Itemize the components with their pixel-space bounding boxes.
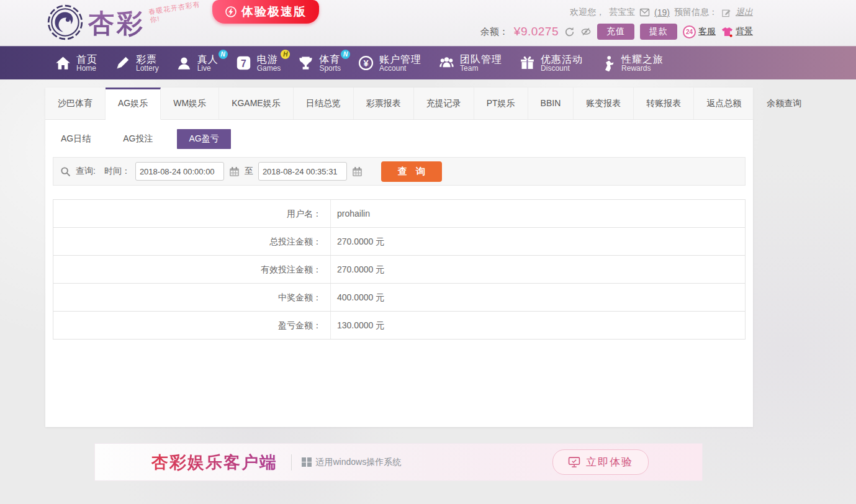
row-label-total-bet: 总投注金额：: [53, 228, 331, 255]
row-value-total-bet: 270.0000 元: [331, 228, 745, 255]
nav-item-live[interactable]: 真人 Live N: [176, 54, 219, 73]
live-new-badge: N: [219, 50, 228, 59]
tab-ag-entertainment[interactable]: AG娱乐: [106, 88, 161, 120]
reserved-info-label: 预留信息：: [674, 7, 718, 18]
nav-item-sports[interactable]: 体育 Sports N: [297, 54, 341, 73]
table-row: 盈亏金额： 130.0000 元: [53, 312, 745, 340]
lottery-ticket-icon: [114, 55, 131, 71]
row-value-valid-bet: 270.0000 元: [331, 256, 745, 283]
shirt-icon: [721, 27, 733, 37]
team-people-icon: [438, 55, 455, 71]
logo-slogan: 春暖花开杏彩有你!: [148, 0, 207, 24]
row-label-username: 用户名：: [53, 200, 331, 227]
site-logo-icon[interactable]: [46, 2, 84, 42]
client-title: 杏彩娱乐客户端: [151, 451, 277, 474]
tab-lottery-report[interactable]: 彩票报表: [354, 88, 414, 119]
deposit-button[interactable]: 充值: [597, 24, 634, 40]
tab-account-change-report[interactable]: 账变报表: [574, 88, 634, 119]
table-row: 用户名： prohailin: [53, 200, 745, 228]
tab-bbin[interactable]: BBIN: [528, 88, 574, 119]
search-icon: [60, 166, 71, 177]
windows-icon: [302, 457, 312, 467]
sports-new-badge: N: [341, 50, 350, 59]
background-label: 背景: [736, 26, 753, 37]
speed-badge-label: 体验极速版: [241, 4, 307, 20]
start-time-input[interactable]: [135, 162, 224, 181]
os-compatibility-note: 适用windows操作系统: [316, 457, 402, 468]
tab-kgame[interactable]: KGAME娱乐: [219, 88, 294, 119]
subtab-ag-profit-loss[interactable]: AG盈亏: [177, 129, 230, 149]
nav-item-rewards[interactable]: 性耀之旅 Rewards: [600, 54, 664, 73]
calendar-icon-end[interactable]: [352, 166, 363, 177]
tab-transfer-report[interactable]: 转账报表: [634, 88, 694, 119]
nav-item-home[interactable]: 首页 Home: [55, 54, 97, 73]
table-row: 有效投注金额： 270.0000 元: [53, 256, 745, 284]
end-time-input[interactable]: [258, 162, 347, 181]
query-label: 查询:: [76, 166, 96, 177]
tab-shaba-sports[interactable]: 沙巴体育: [45, 88, 106, 119]
search-bar: 查询: 时间： 至 查 询: [53, 157, 746, 186]
main-nav: 首页 Home 彩票 Lottery 真人 Live N 7 电游 Games …: [0, 46, 856, 79]
profit-loss-table: 用户名： prohailin 总投注金额： 270.0000 元 有效投注金额：…: [53, 199, 746, 340]
live-person-icon: [176, 55, 192, 71]
account-yuan-icon: ¥: [358, 55, 374, 71]
service-label: 客服: [698, 26, 716, 37]
background-theme-link[interactable]: 背景: [721, 26, 753, 37]
time-label: 时间：: [104, 166, 130, 177]
service-24h-icon: 24: [683, 25, 696, 38]
logout-link[interactable]: 退出: [736, 7, 753, 18]
try-now-label: 立即体验: [586, 455, 633, 469]
tab-balance-inquiry[interactable]: 余额查询: [754, 88, 814, 119]
withdraw-button[interactable]: 提款: [640, 24, 677, 40]
row-label-profit-loss: 盈亏金额：: [53, 312, 331, 339]
svg-text:7: 7: [241, 58, 246, 69]
tab-pt-entertainment[interactable]: PT娱乐: [474, 88, 528, 119]
customer-service-link[interactable]: 24 客服: [683, 25, 716, 38]
table-row: 中奖金额： 400.0000 元: [53, 284, 745, 312]
lightning-icon: [225, 6, 237, 18]
svg-text:¥: ¥: [363, 58, 369, 68]
tab-rebate-total[interactable]: 返点总额: [694, 88, 754, 119]
search-submit-button[interactable]: 查 询: [381, 161, 442, 182]
hide-balance-eye-icon[interactable]: [580, 27, 592, 37]
subtab-ag-bets[interactable]: AG投注: [115, 129, 161, 149]
ag-subtabs: AG日结 AG投注 AG盈亏: [53, 129, 746, 149]
tab-deposit-withdraw-records[interactable]: 充提记录: [414, 88, 474, 119]
edit-icon[interactable]: [722, 8, 731, 17]
table-row: 总投注金额： 270.0000 元: [53, 228, 745, 256]
site-logo-text[interactable]: 杏彩: [88, 6, 145, 41]
tab-daily-summary[interactable]: 日结总览: [294, 88, 354, 119]
topbar: 杏彩 春暖花开杏彩有你! 体验极速版 欢迎您， 芸宝宝 (19) 预留信息： 退…: [0, 0, 856, 46]
subtab-ag-daily[interactable]: AG日结: [53, 129, 99, 149]
row-label-valid-bet: 有效投注金额：: [53, 256, 331, 283]
discount-gift-icon: [519, 55, 536, 71]
sports-trophy-icon: [297, 55, 314, 71]
nav-item-account[interactable]: ¥ 账户管理 Account: [358, 54, 421, 73]
rewards-figure-icon: [600, 55, 616, 71]
refresh-icon[interactable]: [564, 27, 575, 37]
nav-item-team[interactable]: 团队管理 Team: [438, 54, 502, 73]
envelope-icon[interactable]: [639, 8, 650, 17]
games-7-icon: 7: [235, 55, 252, 71]
speed-version-badge[interactable]: 体验极速版: [212, 0, 319, 24]
monitor-icon: [568, 456, 580, 468]
message-count-link[interactable]: (19): [654, 7, 670, 17]
try-now-button[interactable]: 立即体验: [552, 449, 649, 475]
banner-divider: [291, 454, 292, 470]
client-download-banner: 杏彩娱乐客户端 适用windows操作系统 立即体验: [94, 443, 703, 481]
balance-label: 余额：: [480, 26, 508, 38]
nav-item-games[interactable]: 7 电游 Games H: [235, 54, 281, 73]
tab-wm-entertainment[interactable]: WM娱乐: [161, 88, 219, 119]
row-label-winnings: 中奖金额：: [53, 284, 331, 311]
row-value-profit-loss: 130.0000 元: [331, 312, 745, 339]
nav-item-lottery[interactable]: 彩票 Lottery: [114, 54, 159, 73]
balance-row: 余额： ¥9.0275 充值 提款 24 客服 背景: [480, 24, 753, 40]
calendar-icon-start[interactable]: [229, 166, 240, 177]
balance-value: ¥9.0275: [514, 25, 559, 38]
nav-item-discount[interactable]: 优惠活动 Discount: [519, 54, 583, 73]
report-panel: 沙巴体育 AG娱乐 WM娱乐 KGAME娱乐 日结总览 彩票报表 充提记录 PT…: [45, 88, 753, 427]
row-value-winnings: 400.0000 元: [331, 284, 745, 311]
row-value-username: prohailin: [331, 200, 745, 227]
welcome-row: 欢迎您， 芸宝宝 (19) 预留信息： 退出: [570, 7, 753, 18]
home-icon: [55, 55, 71, 71]
